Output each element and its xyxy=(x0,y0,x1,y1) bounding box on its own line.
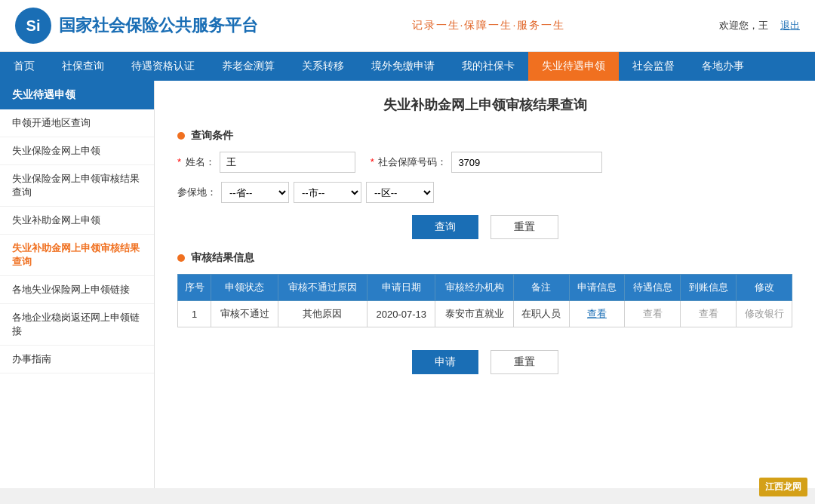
header-slogan: 记录一生·保障一生·服务一生 xyxy=(409,19,569,32)
nav-social-query[interactable]: 社保查询 xyxy=(48,52,118,81)
district-select[interactable]: --区-- xyxy=(366,182,434,203)
nav-pension-calc[interactable]: 养老金测算 xyxy=(208,52,288,81)
col-reason: 审核不通过原因 xyxy=(278,275,367,301)
col-org: 审核经办机构 xyxy=(435,275,513,301)
nav-transfer[interactable]: 关系转移 xyxy=(288,52,358,81)
col-seq: 序号 xyxy=(178,275,211,301)
nav-overseas[interactable]: 境外免缴申请 xyxy=(358,52,448,81)
result-section: 审核结果信息 序号 申领状态 审核不通过原因 申请日期 审核经办机构 备注 申请… xyxy=(177,251,792,327)
main-container: 失业待遇申领 申领开通地区查询 失业保险金网上申领 失业保险金网上申领审核结果查… xyxy=(0,81,815,488)
table-row: 1 审核不通过 其他原因 2020-07-13 泰安市直就业 在职人员 查看 查… xyxy=(178,301,792,327)
form-row-2: 参保地： --省-- --市-- --区-- xyxy=(177,182,792,203)
cell-apply-info: 查看 xyxy=(569,301,625,327)
page-title: 失业补助金网上申领审核结果查询 xyxy=(177,96,792,114)
social-id-input[interactable] xyxy=(451,152,602,173)
location-label: 参保地： xyxy=(177,186,217,199)
nav-home[interactable]: 首页 xyxy=(0,52,48,81)
sidebar-item-region-query[interactable]: 申领开通地区查询 xyxy=(0,109,154,137)
logo-area: Si 国家社会保险公共服务平台 xyxy=(15,8,258,44)
social-required: * xyxy=(371,156,374,167)
col-arrival-info: 到账信息 xyxy=(681,275,737,301)
watermark: 江西龙网 xyxy=(759,478,807,488)
benefit-info-link[interactable]: 查看 xyxy=(643,308,663,319)
cell-org: 泰安市直就业 xyxy=(435,301,513,327)
cell-reason: 其他原因 xyxy=(278,301,367,327)
query-btn-row: 查询 重置 xyxy=(177,215,792,239)
sidebar-item-subsidy-result[interactable]: 失业补助金网上申领审核结果查询 xyxy=(0,235,154,276)
name-label: * 姓名： xyxy=(177,155,215,169)
col-date: 申请日期 xyxy=(368,275,435,301)
table-head: 序号 申领状态 审核不通过原因 申请日期 审核经办机构 备注 申请信息 待遇信息… xyxy=(178,275,792,301)
sidebar-item-subsidy-apply[interactable]: 失业补助金网上申领 xyxy=(0,207,154,235)
social-id-field: * 社会保障号码： xyxy=(371,152,603,173)
city-select[interactable]: --市-- xyxy=(294,182,361,203)
cell-date: 2020-07-13 xyxy=(368,301,435,327)
nav-social-card[interactable]: 我的社保卡 xyxy=(448,52,528,81)
nav-local-services[interactable]: 各地办事 xyxy=(688,52,758,81)
content-area: 失业补助金网上申领审核结果查询 查询条件 * 姓名： * 社会 xyxy=(155,81,815,488)
result-section-dot xyxy=(177,254,185,262)
slogan-text: 记录一生·保障一生·服务一生 xyxy=(412,19,566,31)
sidebar-item-unemployment-apply[interactable]: 失业保险金网上申领 xyxy=(0,137,154,165)
bottom-btn-row: 申请 重置 xyxy=(177,350,792,374)
query-section-dot xyxy=(177,132,185,140)
result-table: 序号 申领状态 审核不通过原因 申请日期 审核经办机构 备注 申请信息 待遇信息… xyxy=(177,274,792,327)
cell-status: 审核不通过 xyxy=(211,301,278,327)
logout-button[interactable]: 退出 xyxy=(780,19,800,32)
result-section-header: 审核结果信息 xyxy=(177,251,792,265)
modify-link[interactable]: 修改银行 xyxy=(745,308,784,319)
cell-arrival-info: 查看 xyxy=(681,301,737,327)
logo-icon: Si xyxy=(15,8,51,44)
result-section-label: 审核结果信息 xyxy=(191,251,254,265)
main-nav: 首页 社保查询 待遇资格认证 养老金测算 关系转移 境外免缴申请 我的社保卡 失… xyxy=(0,52,815,81)
logo-text: 国家社会保险公共服务平台 xyxy=(59,14,258,37)
sidebar-item-stabilization-links[interactable]: 各地企业稳岗返还网上申领链接 xyxy=(0,304,154,346)
cell-benefit-info: 查看 xyxy=(625,301,681,327)
query-button[interactable]: 查询 xyxy=(412,215,478,239)
table-header-row: 序号 申领状态 审核不通过原因 申请日期 审核经办机构 备注 申请信息 待遇信息… xyxy=(178,275,792,301)
logo-abbr: Si xyxy=(26,17,41,35)
sidebar: 失业待遇申领 申领开通地区查询 失业保险金网上申领 失业保险金网上申领审核结果查… xyxy=(0,81,155,488)
nav-qualification[interactable]: 待遇资格认证 xyxy=(118,52,208,81)
table-body: 1 审核不通过 其他原因 2020-07-13 泰安市直就业 在职人员 查看 查… xyxy=(178,301,792,327)
query-section-label: 查询条件 xyxy=(191,129,233,143)
name-field: * 姓名： xyxy=(177,152,355,173)
apply-button[interactable]: 申请 xyxy=(412,350,478,374)
sidebar-item-local-links[interactable]: 各地失业保险网上申领链接 xyxy=(0,276,154,304)
province-select[interactable]: --省-- xyxy=(221,182,289,203)
cell-remark: 在职人员 xyxy=(513,301,569,327)
social-id-label: * 社会保障号码： xyxy=(371,155,447,169)
col-status: 申领状态 xyxy=(211,275,278,301)
cell-seq: 1 xyxy=(178,301,211,327)
col-modify: 修改 xyxy=(737,275,792,301)
query-section: 查询条件 * 姓名： * 社会保障号码： xyxy=(177,129,792,239)
welcome-text: 欢迎您，王 xyxy=(719,19,768,32)
header-right: 欢迎您，王 退出 xyxy=(719,19,800,32)
query-section-header: 查询条件 xyxy=(177,129,792,143)
col-remark: 备注 xyxy=(513,275,569,301)
header: Si 国家社会保险公共服务平台 记录一生·保障一生·服务一生 欢迎您，王 退出 xyxy=(0,0,815,52)
sidebar-header: 失业待遇申领 xyxy=(0,81,154,109)
cell-modify: 修改银行 xyxy=(737,301,792,327)
col-benefit-info: 待遇信息 xyxy=(625,275,681,301)
arrival-info-link[interactable]: 查看 xyxy=(699,308,718,319)
name-required: * xyxy=(177,156,181,167)
sidebar-item-unemployment-result[interactable]: 失业保险金网上申领审核结果查询 xyxy=(0,165,154,207)
sidebar-item-guide[interactable]: 办事指南 xyxy=(0,346,154,373)
reset-button[interactable]: 重置 xyxy=(491,215,558,239)
apply-info-link[interactable]: 查看 xyxy=(587,308,607,319)
nav-supervision[interactable]: 社会监督 xyxy=(619,52,688,81)
name-input[interactable] xyxy=(220,152,355,173)
location-field: 参保地： --省-- --市-- --区-- xyxy=(177,182,434,203)
reset2-button[interactable]: 重置 xyxy=(491,350,558,374)
form-row-1: * 姓名： * 社会保障号码： xyxy=(177,152,792,173)
col-apply-info: 申请信息 xyxy=(569,275,625,301)
nav-unemployment[interactable]: 失业待遇申领 xyxy=(528,52,619,81)
